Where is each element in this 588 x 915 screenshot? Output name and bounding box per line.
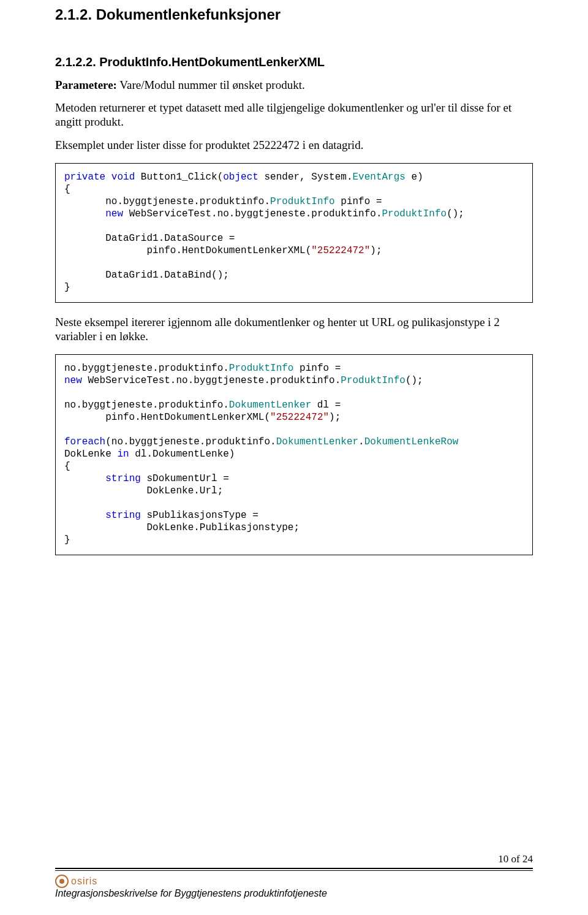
code-keyword: private: [64, 172, 105, 183]
code-text: ();: [447, 208, 464, 219]
code-text: [64, 510, 105, 521]
footer-rule-thin: [55, 870, 533, 871]
footer-title: Integrasjonsbeskrivelse for Byggtjeneste…: [55, 888, 533, 899]
code-keyword: string: [105, 510, 141, 521]
code-type: DokumentLenker: [229, 400, 311, 411]
param-text: Vare/Modul nummer til ønsket produkt.: [117, 78, 305, 91]
code-type: ProduktInfo: [270, 196, 335, 207]
code-keyword: new: [105, 208, 123, 219]
code-block-2: no.byggtjeneste.produktinfo.ProduktInfo …: [55, 354, 533, 555]
code-type: ProduktInfo: [382, 208, 447, 219]
footer-row: osiris: [55, 875, 533, 888]
code-text: dl =: [311, 400, 341, 411]
code-keyword: in: [117, 449, 129, 460]
code-text: pinfo =: [293, 363, 341, 374]
code-text: DataGrid1.DataBind();: [64, 270, 229, 281]
paragraph-description: Metoden returnerer et typet datasett med…: [55, 101, 533, 129]
logo-icon: [55, 875, 69, 888]
code-text: dl.DokumentLenke): [129, 449, 235, 460]
code-text: pinfo.HentDokumentLenkerXML(: [64, 412, 270, 423]
param-label: Parametere:: [55, 78, 117, 91]
logo-text: osiris: [71, 876, 97, 887]
code-keyword: void: [111, 172, 135, 183]
code-text: no.byggtjeneste.produktinfo.: [64, 400, 229, 411]
code-string: "25222472": [270, 412, 329, 423]
code-text: Button1_Click(: [135, 172, 223, 183]
code-keyword: object: [223, 172, 258, 183]
code-type: ProduktInfo: [229, 363, 294, 374]
code-text: (no.byggtjeneste.produktinfo.: [105, 436, 276, 447]
code-text: no.byggtjeneste.produktinfo.: [64, 363, 229, 374]
code-text: sender, System.: [258, 172, 353, 183]
code-text: sPublikasjonsType =: [141, 510, 258, 521]
footer-logo: osiris: [55, 875, 97, 888]
paragraph-example-intro-2: Neste eksempel itererer igjennom alle do…: [55, 315, 533, 343]
code-text: no.byggtjeneste.produktinfo.: [64, 196, 270, 207]
code-string: "25222472": [311, 245, 370, 256]
code-text: pinfo.HentDokumentLenkerXML(: [64, 245, 311, 256]
paragraph-parameters: Parametere: Vare/Modul nummer til ønsket…: [55, 78, 533, 92]
code-text: sDokumentUrl =: [141, 473, 229, 484]
code-type: ProduktInfo: [341, 375, 405, 386]
page-number: 10 of 24: [55, 853, 533, 865]
code-text: WebServiceTest.no.byggtjeneste.produktin…: [123, 208, 382, 219]
heading-level-2: 2.1.2.2. ProduktInfo.HentDokumentLenkerX…: [55, 55, 533, 69]
code-block-1: private void Button1_Click(object sender…: [55, 163, 533, 303]
code-text: DokLenke.Publikasjonstype;: [64, 522, 300, 533]
code-text: [105, 172, 111, 183]
code-text: DokLenke: [64, 449, 117, 460]
paragraph-example-intro-1: Eksemplet under lister disse for produkt…: [55, 138, 533, 152]
code-type: DokumentLenkeRow: [364, 436, 459, 447]
code-keyword: string: [105, 473, 141, 484]
code-text: }: [64, 534, 70, 545]
code-type: DokumentLenker: [276, 436, 358, 447]
code-text: DokLenke.Url;: [64, 485, 223, 496]
code-text: ();: [405, 375, 423, 386]
heading-level-1: 2.1.2. Dokumentlenkefunksjoner: [55, 6, 533, 23]
footer-rule-thick: [55, 868, 533, 869]
code-text: [64, 473, 105, 484]
code-text: );: [329, 412, 341, 423]
code-text: e): [405, 172, 423, 183]
code-keyword: foreach: [64, 436, 105, 447]
page-footer: 10 of 24 osiris Integrasjonsbeskrivelse …: [55, 853, 533, 899]
code-text: );: [370, 245, 382, 256]
code-text: WebServiceTest.no.byggtjeneste.produktin…: [82, 375, 341, 386]
code-text: }: [64, 282, 70, 293]
code-text: DataGrid1.DataSource =: [64, 233, 235, 244]
code-text: {: [64, 461, 70, 472]
code-text: [64, 208, 105, 219]
code-text: .: [358, 436, 364, 447]
code-text: {: [64, 184, 70, 195]
code-keyword: new: [64, 375, 82, 386]
code-text: pinfo =: [335, 196, 382, 207]
code-type: EventArgs: [353, 172, 405, 183]
